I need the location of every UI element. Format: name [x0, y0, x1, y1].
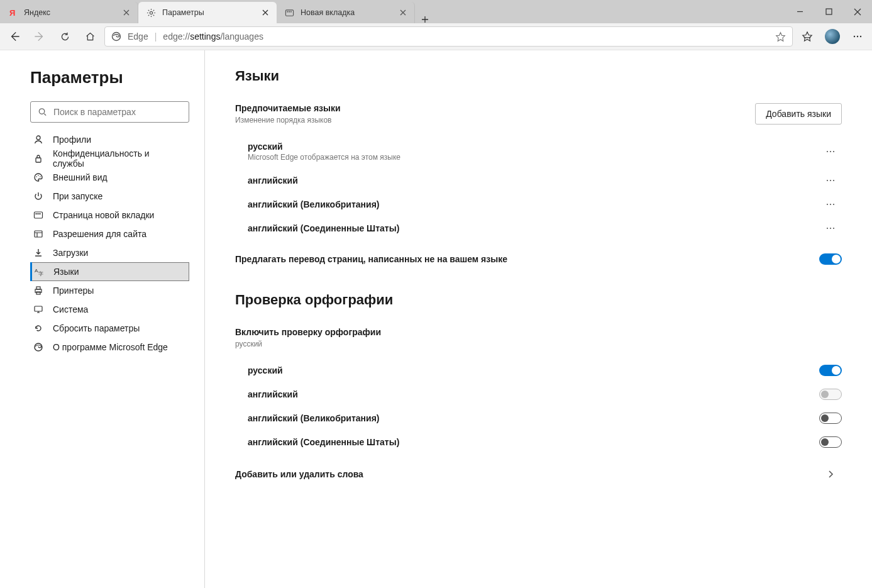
back-button[interactable] — [4, 26, 25, 47]
tab-yandex[interactable]: Я Яндекс — [0, 2, 138, 23]
sidebar-item-label: Принтеры — [53, 286, 94, 296]
separator: | — [155, 31, 157, 42]
sidebar-title: Параметры — [30, 68, 189, 87]
svg-point-38 — [827, 228, 828, 229]
new-tab-button[interactable] — [415, 16, 435, 23]
svg-rect-19 — [38, 213, 39, 214]
section-title-languages: Языки — [235, 68, 842, 84]
svg-point-1 — [150, 11, 152, 14]
offer-translate-row: Предлагать перевод страниц, написанных н… — [235, 248, 842, 270]
lock-icon — [33, 153, 44, 164]
close-window-button[interactable] — [843, 0, 872, 23]
sidebar-item-about[interactable]: О программе Microsoft Edge — [30, 338, 189, 357]
minimize-button[interactable] — [785, 0, 814, 23]
offer-translate-toggle[interactable] — [819, 253, 842, 265]
more-icon[interactable] — [819, 193, 842, 216]
sidebar-item-label: О программе Microsoft Edge — [53, 342, 168, 352]
spellcheck-toggle[interactable] — [819, 365, 842, 376]
svg-point-39 — [830, 228, 831, 229]
svg-point-9 — [857, 36, 858, 37]
profile-button[interactable] — [822, 26, 843, 47]
favorite-star-icon[interactable] — [775, 31, 786, 42]
content: Параметры Профили Конфиденциальность и с… — [0, 50, 872, 588]
ntp-icon — [284, 8, 294, 18]
sidebar-item-label: Страница новой вкладки — [53, 210, 154, 220]
language-icon: A字 — [33, 267, 45, 277]
sidebar-item-label: При запуске — [53, 191, 102, 201]
tab-newtabpage[interactable]: Новая вкладка — [277, 2, 415, 23]
language-row: английский (Соединенные Штаты) — [235, 216, 842, 240]
sidebar-item-newtabpage[interactable]: Страница новой вкладки — [30, 206, 189, 225]
close-icon[interactable] — [398, 8, 408, 18]
address-bar[interactable]: Edge | edge://settings/languages — [104, 26, 793, 47]
spellcheck-lang-name: английский — [248, 389, 298, 399]
section-title-spellcheck: Проверка орфографии — [235, 292, 842, 308]
svg-point-34 — [833, 180, 834, 181]
sidebar-item-languages[interactable]: A字 Языки — [30, 262, 189, 281]
tab-label: Яндекс — [24, 8, 115, 17]
sidebar-search — [30, 101, 189, 123]
site-identity: Edge — [128, 31, 148, 42]
sidebar-item-reset[interactable]: Сбросить параметры — [30, 319, 189, 338]
manage-words-row[interactable]: Добавить или удалить слова — [235, 463, 842, 485]
sidebar-item-onstartup[interactable]: При запуске — [30, 187, 189, 206]
profile-icon — [33, 135, 44, 145]
spellcheck-lang-name: английский (Соединенные Штаты) — [248, 437, 399, 447]
spellcheck-toggle[interactable] — [819, 436, 842, 448]
svg-point-16 — [40, 176, 41, 177]
more-icon[interactable] — [819, 217, 842, 240]
spellcheck-enable-header: Включить проверку орфографии русский — [235, 327, 842, 348]
svg-point-12 — [36, 136, 40, 140]
window-controls — [785, 0, 872, 23]
edge-icon — [111, 31, 121, 42]
language-name: русский — [248, 141, 400, 152]
sidebar-item-label: Сбросить параметры — [53, 323, 140, 333]
svg-point-10 — [860, 36, 861, 37]
add-languages-button[interactable]: Добавить языки — [755, 103, 842, 125]
maximize-button[interactable] — [814, 0, 843, 23]
spellcheck-enable-sub: русский — [235, 340, 842, 348]
svg-rect-21 — [35, 231, 42, 237]
more-button[interactable] — [847, 26, 868, 47]
sidebar-item-privacy[interactable]: Конфиденциальность и службы — [30, 149, 189, 168]
sidebar-item-appearance[interactable]: Внешний вид — [30, 168, 189, 187]
close-icon[interactable] — [260, 8, 270, 18]
favorites-button[interactable] — [797, 26, 818, 47]
sidebar-item-profiles[interactable]: Профили — [30, 130, 189, 149]
language-name: английский — [248, 175, 298, 186]
svg-point-15 — [38, 175, 39, 176]
download-icon — [33, 248, 44, 258]
svg-point-33 — [830, 180, 831, 181]
spellcheck-toggle[interactable] — [819, 413, 842, 424]
svg-point-32 — [827, 180, 828, 181]
more-icon[interactable] — [819, 169, 842, 192]
sidebar-item-label: Конфиденциальность и службы — [53, 148, 183, 169]
reset-icon — [33, 323, 44, 333]
refresh-button[interactable] — [54, 26, 75, 47]
system-icon — [33, 304, 44, 314]
svg-rect-5 — [290, 11, 291, 12]
settings-nav: Профили Конфиденциальность и службы Внеш… — [30, 130, 189, 357]
svg-rect-6 — [826, 9, 832, 14]
settings-sidebar: Параметры Профили Конфиденциальность и с… — [0, 50, 205, 588]
close-icon[interactable] — [121, 8, 131, 18]
svg-point-14 — [36, 176, 37, 177]
sidebar-item-printers[interactable]: Принтеры — [30, 281, 189, 300]
search-icon — [38, 108, 47, 117]
svg-rect-27 — [35, 306, 42, 311]
sidebar-item-sitepermissions[interactable]: Разрешения для сайта — [30, 225, 189, 243]
sidebar-item-downloads[interactable]: Загрузки — [30, 243, 189, 262]
svg-rect-25 — [36, 287, 40, 289]
preferred-languages-header: Предпочитаемые языки Изменение порядка я… — [235, 103, 842, 125]
language-list: русский Microsoft Edge отображается на э… — [235, 135, 842, 240]
tab-settings[interactable]: Параметры — [138, 2, 277, 23]
sidebar-item-label: Разрешения для сайта — [53, 229, 146, 239]
sidebar-item-system[interactable]: Система — [30, 300, 189, 319]
search-input[interactable] — [30, 101, 189, 123]
more-icon[interactable] — [819, 140, 842, 163]
edge-icon — [33, 342, 44, 352]
forward-button[interactable] — [29, 26, 50, 47]
svg-rect-13 — [36, 158, 41, 162]
sidebar-item-label: Языки — [53, 267, 79, 277]
home-button[interactable] — [79, 26, 101, 47]
